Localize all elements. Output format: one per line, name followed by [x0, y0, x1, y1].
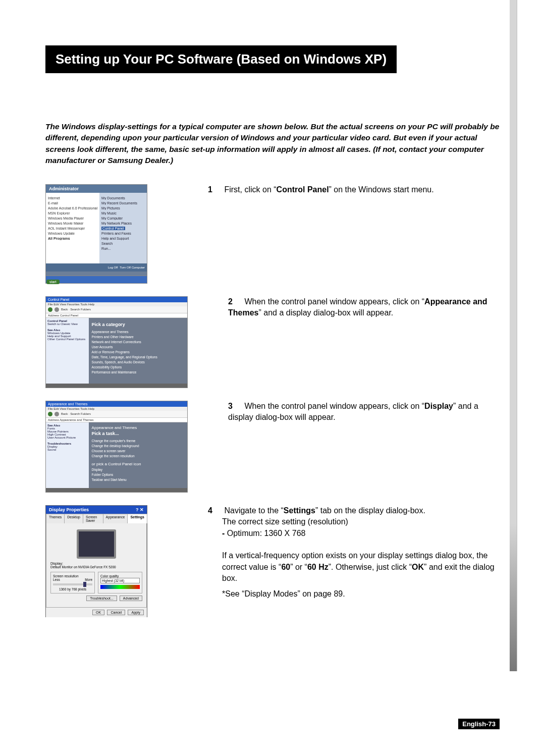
startmenu-item: My Documents — [101, 196, 145, 200]
side-item: Other Control Panel Options — [47, 338, 87, 341]
startmenu-item: E-mail — [48, 201, 97, 205]
window-title: Appearance and Themes — [46, 401, 187, 407]
startmenu-item: Help and Support — [101, 237, 145, 240]
cp-icon-item: Taskbar and Start Menu — [92, 478, 184, 481]
startmenu-user: Administrator — [46, 185, 147, 193]
startmenu-item: Windows Movie Maker — [48, 222, 97, 225]
screenshot-appearance-themes: Appearance and Themes File Edit View Fav… — [45, 401, 188, 493]
step1-text: 1 First, click on “Control Panel” on the… — [208, 184, 500, 195]
or-pick-icon-header: or pick a Control Panel icon — [92, 462, 184, 466]
screen-resolution-group: Screen resolution Less More 1360 by 768 … — [50, 572, 95, 593]
res-more: More — [85, 578, 92, 581]
side-item: Switch to Classic View — [47, 322, 87, 326]
window-title: Control Panel — [46, 297, 187, 302]
startmenu-item: Run... — [101, 247, 145, 250]
side-item: Sound — [47, 448, 87, 451]
step2-text: 2 When the control panel window appears,… — [228, 296, 500, 319]
startmenu-item: Windows Media Player — [48, 217, 97, 220]
pick-category-header: Pick a category — [92, 322, 184, 327]
side-panel: Control Panel Switch to Classic View See… — [46, 318, 89, 384]
color-bar — [100, 585, 140, 589]
taskbar: start — [45, 276, 147, 284]
tab-strip: Themes Desktop Screen Saver Appearance S… — [46, 514, 147, 523]
step-text-part: ” or “ — [290, 563, 307, 571]
side-see-also: See Also — [47, 329, 60, 332]
startmenu-item: Windows Update — [48, 232, 97, 235]
step-text-bold: Control Panel — [277, 185, 329, 194]
address-bar: Address Appearance and Themes — [46, 417, 187, 422]
task-item: Change the screen resolution — [92, 454, 184, 458]
intro-paragraph: The Windows display-settings for a typic… — [45, 121, 500, 167]
step-number: 2 — [228, 296, 242, 307]
side-item: User Account Picture — [47, 436, 87, 439]
step-text-part: ” and a display dia­log-box will appear. — [258, 308, 393, 317]
startmenu-control-panel: Control Panel — [101, 227, 125, 230]
cp-icon-item: Folder Options — [92, 473, 184, 476]
start-button: start — [46, 280, 60, 284]
res-less: Less — [53, 578, 60, 581]
color-quality-value: Highest (32 bit) — [100, 578, 140, 583]
startmenu-right-column: My Documents My Recent Documents My Pict… — [99, 193, 147, 263]
main-panel: Pick a category Appearance and Themes Pr… — [89, 318, 187, 384]
tab-desktop: Desktop — [64, 514, 83, 523]
category-item: Date, Time, Language, and Regional Optio… — [92, 355, 184, 359]
startmenu-item: Internet — [48, 196, 97, 200]
dialog-title-text: Display Properties — [49, 507, 89, 512]
category-item: User Accounts — [92, 345, 184, 349]
close-icon: ? ✕ — [136, 507, 144, 512]
toolbar-text: Back · Search Folders — [61, 308, 91, 311]
startmenu-item: Adobe Acrobat 6.0 Professional — [48, 206, 97, 210]
side-see-also: See Also — [47, 424, 60, 427]
step-text-bold: Settings — [284, 506, 315, 515]
apply-button: Apply — [128, 610, 144, 615]
startmenu-item: My Music — [101, 211, 145, 215]
page-title: Setting up Your PC Software (Based on Wi… — [45, 45, 397, 73]
category-item: Appearance and Themes — [92, 330, 184, 334]
startmenu-all-programs: All Programs — [48, 237, 97, 240]
toolbar-text: Back · Search Folders — [61, 412, 91, 415]
optimum-resolution: Optimum: 1360 X 768 — [227, 529, 306, 537]
tab-settings: Settings — [127, 514, 147, 523]
task-item: Choose a screen saver — [92, 449, 184, 453]
back-icon — [48, 307, 52, 312]
startmenu-shutdown: Turn Off Computer — [120, 266, 145, 269]
pick-task-header: Pick a task... — [92, 431, 184, 436]
category-item: Sounds, Speech, and Audio Devices — [92, 360, 184, 364]
cp-icon-item: Display — [92, 468, 184, 471]
address-bar: Address Control Panel — [46, 313, 187, 318]
step-text-bold: 60 — [281, 563, 290, 571]
category-item: Performance and Maintenance — [92, 370, 184, 374]
startmenu-item: AOL Instant Messenger — [48, 227, 97, 230]
monitor-preview — [77, 529, 116, 559]
tab-appearance: Appearance — [103, 514, 128, 523]
display-value: Default Monitor on NVIDIA GeForce FX 520… — [50, 565, 142, 569]
step4-text: 4 Navigate to the “Settings” tab on the … — [208, 505, 500, 600]
step3-text: 3 When the control panel window appears,… — [228, 401, 500, 423]
page-side-bar — [510, 0, 517, 671]
menu-bar: File Edit View Favorites Tools Help — [46, 407, 187, 411]
side-troubleshooters: Troubleshooters — [47, 442, 71, 445]
step-text-bold: 60 Hz — [307, 563, 329, 571]
resolution-value: 1360 by 768 pixels — [53, 587, 92, 591]
resolution-slider — [53, 583, 92, 585]
main-header: Appearance and Themes — [92, 425, 184, 430]
step-text-bold: Display — [424, 402, 453, 410]
startmenu-logoff: Log Off — [108, 266, 118, 269]
side-header: Control Panel — [47, 319, 67, 322]
forward-icon — [54, 412, 59, 416]
cancel-button: Cancel — [107, 610, 125, 615]
group-label: Screen resolution — [53, 574, 92, 578]
side-panel: See Also Fonts Mouse Pointers High Contr… — [46, 422, 89, 488]
step-text-bold: OK — [412, 563, 424, 571]
category-item: Add or Remove Programs — [92, 350, 184, 354]
task-item: Change the desktop background — [92, 444, 184, 448]
step-text-part: First, click on “ — [224, 185, 276, 194]
step-text-part: Navigate to the “ — [224, 506, 283, 515]
screenshot-display-properties: Display Properties ? ✕ Themes Desktop Sc… — [45, 505, 147, 617]
startmenu-item: My Network Places — [101, 222, 145, 225]
startmenu-item: My Pictures — [101, 206, 145, 210]
step-text-prefix: - — [222, 529, 227, 537]
group-label: Color quality — [100, 574, 140, 578]
startmenu-item: Search — [101, 242, 145, 245]
tab-screensaver: Screen Saver — [83, 514, 103, 523]
